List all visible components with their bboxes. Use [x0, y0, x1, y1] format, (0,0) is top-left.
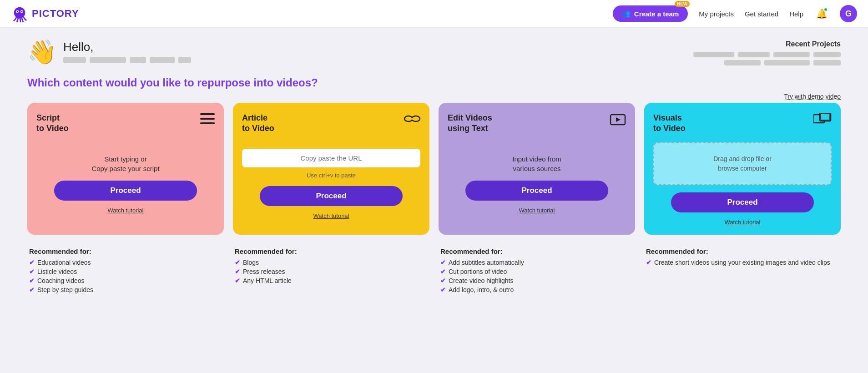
blurred-block-4: [150, 57, 175, 63]
rec-section-visuals: Recommended for: ✔Create short videos us…: [644, 247, 841, 293]
greeting-section: 👋 Hello,: [27, 40, 191, 64]
header-row: 👋 Hello, Recent Projects: [27, 40, 841, 66]
svg-rect-5: [200, 113, 215, 115]
rec-list-visuals: ✔Create short videos using your existing…: [646, 259, 839, 266]
article-icon: [404, 113, 420, 127]
avatar[interactable]: G: [840, 5, 857, 22]
blurred-block-5: [178, 57, 191, 63]
list-item: ✔Step by step guides: [29, 286, 222, 293]
list-item: ✔Listicle videos: [29, 268, 222, 275]
list-item: ✔Create video highlights: [440, 277, 633, 284]
card-article-body: Use ctrl+v to paste Proceed Watch tutori…: [242, 142, 420, 226]
svg-rect-7: [200, 122, 215, 124]
list-item: ✔Blogs: [235, 259, 428, 266]
rec-list-edit: ✔Add subtitles automatically ✔Cut portio…: [440, 259, 633, 293]
script-proceed-button[interactable]: Proceed: [54, 181, 197, 201]
check-icon: ✔: [29, 268, 35, 275]
check-icon: ✔: [440, 268, 446, 275]
edit-proceed-button[interactable]: Proceed: [465, 181, 608, 201]
card-script-body: Start typing orCopy paste your script Pr…: [36, 142, 215, 226]
notification-icon[interactable]: 🔔: [814, 6, 829, 21]
card-article-header: Articleto Video: [242, 113, 420, 134]
logo[interactable]: PICTORY: [11, 5, 79, 22]
card-script-to-video: Scriptto Video Start typing orCopy paste…: [27, 103, 224, 235]
get-started-link[interactable]: Get started: [745, 10, 778, 18]
check-icon: ✔: [235, 259, 240, 266]
card-visuals-header: Visualsto Video: [653, 113, 832, 134]
edit-watch-tutorial[interactable]: Watch tutorial: [519, 207, 555, 214]
card-article-title: Articleto Video: [242, 113, 274, 134]
svg-point-3: [17, 11, 18, 12]
script-watch-tutorial[interactable]: Watch tutorial: [108, 207, 144, 214]
recommendations-grid: Recommended for: ✔Educational videos ✔Li…: [27, 247, 841, 293]
recent-blurred-1: [693, 52, 734, 57]
recent-row-2: [724, 60, 841, 66]
greeting-text: Hello,: [63, 40, 191, 63]
logo-text: PICTORY: [32, 8, 79, 20]
list-item: ✔Cut portions of video: [440, 268, 633, 275]
recent-blurred-3: [773, 52, 810, 57]
article-watch-tutorial[interactable]: Watch tutorial: [313, 212, 349, 219]
rec-list-article: ✔Blogs ✔Press releases ✔Any HTML article: [235, 259, 428, 284]
recent-blurred-6: [764, 60, 810, 66]
check-icon: ✔: [29, 259, 35, 266]
svg-marker-12: [616, 117, 621, 122]
cards-grid: Scriptto Video Start typing orCopy paste…: [27, 103, 841, 235]
rec-section-script: Recommended for: ✔Educational videos ✔Li…: [27, 247, 224, 293]
hello-text: Hello,: [63, 40, 191, 54]
blurred-block-1: [63, 57, 86, 63]
card-edit-body: Input video fromvarious sources Proceed …: [448, 142, 626, 226]
logo-octopus-icon: [11, 5, 28, 22]
create-team-button[interactable]: 👥 Create a team NEW: [613, 5, 688, 22]
navbar: PICTORY 👥 Create a team NEW My projects …: [0, 0, 868, 27]
list-item: ✔Educational videos: [29, 259, 222, 266]
card-visuals-title: Visualsto Video: [653, 113, 686, 134]
recent-blurred-7: [813, 60, 841, 66]
help-link[interactable]: Help: [789, 10, 803, 18]
wave-emoji: 👋: [27, 40, 57, 64]
rec-list-script: ✔Educational videos ✔Listicle videos ✔Co…: [29, 259, 222, 293]
recent-projects-section: Recent Projects: [693, 40, 841, 66]
rec-title-visuals: Recommended for:: [646, 247, 839, 255]
nav-right: 👥 Create a team NEW My projects Get star…: [613, 5, 857, 22]
list-item: ✔Any HTML article: [235, 277, 428, 284]
rec-title-article: Recommended for:: [235, 247, 428, 255]
article-proceed-button[interactable]: Proceed: [260, 186, 403, 206]
notification-dot: [823, 7, 828, 12]
team-icon: 👥: [622, 10, 631, 18]
visuals-watch-tutorial[interactable]: Watch tutorial: [725, 219, 761, 226]
recent-blurred-2: [738, 52, 770, 57]
list-item: ✔Coaching videos: [29, 277, 222, 284]
drag-drop-area[interactable]: Drag and drop file orbrowse computer: [653, 142, 832, 185]
check-icon: ✔: [646, 259, 651, 266]
svg-point-4: [21, 11, 23, 12]
create-team-label: Create a team: [634, 10, 679, 18]
card-script-description: Start typing orCopy paste your script: [91, 154, 159, 173]
visuals-proceed-button[interactable]: Proceed: [671, 192, 814, 212]
check-icon: ✔: [235, 277, 240, 284]
card-script-title: Scriptto Video: [36, 113, 69, 134]
recent-blurred-4: [813, 52, 841, 57]
check-icon: ✔: [29, 286, 35, 293]
rec-title-edit: Recommended for:: [440, 247, 633, 255]
svg-rect-6: [200, 118, 215, 120]
url-input[interactable]: [242, 149, 420, 167]
card-visuals-to-video: Visualsto Video Drag and drop file orbro…: [644, 103, 841, 235]
check-icon: ✔: [29, 277, 35, 284]
svg-rect-10: [410, 118, 414, 120]
demo-link[interactable]: Try with demo video: [784, 93, 841, 100]
card-edit-title: Edit Videosusing Text: [448, 113, 492, 134]
recent-row-1: [693, 52, 841, 57]
card-article-to-video: Articleto Video Use ctrl+v to paste Proc…: [233, 103, 429, 235]
card-visuals-body: Drag and drop file orbrowse computer Pro…: [653, 142, 832, 226]
rec-section-edit: Recommended for: ✔Add subtitles automati…: [439, 247, 635, 293]
script-icon: [200, 113, 215, 127]
my-projects-link[interactable]: My projects: [699, 10, 734, 18]
main-content: 👋 Hello, Recent Projects: [0, 27, 868, 312]
recent-projects-title: Recent Projects: [693, 40, 841, 48]
edit-video-icon: [610, 113, 626, 130]
blurred-row: [63, 57, 191, 63]
rec-section-article: Recommended for: ✔Blogs ✔Press releases …: [233, 247, 429, 293]
list-item: ✔Add subtitles automatically: [440, 259, 633, 266]
card-script-header: Scriptto Video: [36, 113, 215, 134]
